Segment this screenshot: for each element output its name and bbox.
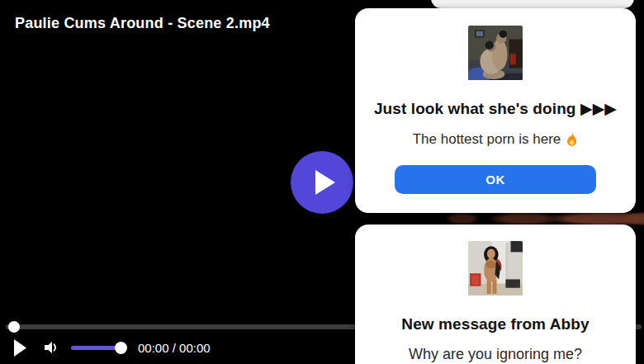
play-button[interactable] — [14, 338, 27, 357]
popup-message: New message from Abby Why are you ignori… — [355, 225, 636, 364]
abby-selfie-image — [468, 241, 523, 295]
play-icon — [315, 170, 335, 195]
player-controls: 00:00 / 00:00 — [0, 333, 355, 362]
big-play-button[interactable] — [291, 151, 353, 214]
message-title: New message from Abby — [401, 315, 589, 333]
speaker-icon — [43, 339, 59, 356]
play-icon — [14, 339, 26, 357]
volume-slider[interactable] — [71, 342, 127, 354]
volume-thumb[interactable] — [115, 342, 127, 354]
fire-icon — [566, 132, 578, 147]
webcam-couple-image — [468, 26, 523, 80]
seek-thumb[interactable] — [8, 321, 20, 333]
volume-button[interactable] — [43, 339, 59, 356]
popup-card-peek — [431, 0, 634, 8]
time-display: 00:00 / 00:00 — [138, 341, 211, 355]
time-separator: / — [169, 341, 180, 355]
video-title: Paulie Cums Around - Scene 2.mp4 — [15, 15, 270, 32]
ok-button[interactable]: OK — [395, 165, 596, 194]
current-time: 00:00 — [138, 341, 169, 355]
video-frame-glimpse — [355, 211, 644, 225]
popup-promo: Just look what she's doing ▶▶▶ The hotte… — [355, 8, 636, 213]
promo-title: Just look what she's doing ▶▶▶ — [374, 99, 617, 118]
volume-fill — [71, 346, 121, 350]
duration: 00:00 — [179, 341, 211, 355]
promo-subtitle: The hottest porn is here — [413, 131, 579, 148]
message-thumbnail[interactable] — [468, 241, 523, 295]
video-player: Paulie Cums Around - Scene 2.mp4 00:00 /… — [0, 0, 644, 364]
message-text: Why are you ignoring me? — [409, 346, 582, 363]
promo-thumbnail[interactable] — [468, 26, 523, 80]
